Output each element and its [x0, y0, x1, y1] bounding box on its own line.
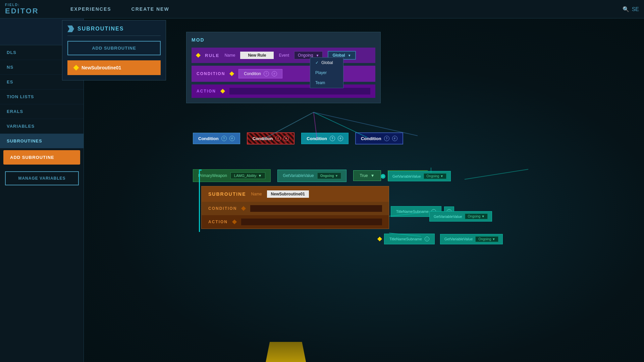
sidebar-item-subroutines[interactable]: SUBROUTINES	[0, 134, 84, 148]
condition-node-cyan[interactable]: Condition ? #	[301, 133, 348, 144]
subroutine-condition-label: CONDITION	[208, 206, 237, 211]
rule-label: RULE	[205, 53, 219, 58]
logo-area: FIELD: EDITOR	[0, 3, 60, 15]
dropdown-global-label: Global	[321, 60, 333, 65]
get-var-ongoing-badge[interactable]: Ongoing ▼	[424, 173, 447, 179]
get-var-bottom-badge-label: Ongoing	[478, 237, 491, 241]
get-var-right-badge-label: Ongoing	[468, 215, 481, 218]
check-icon: ✓	[315, 60, 319, 65]
title-name-pill-2[interactable]: TitleNameSubname i	[384, 234, 435, 244]
mod-block: MOD RULE Name New Rule Event Ongoing ▼ G…	[186, 32, 381, 103]
dropdown-item-player[interactable]: Player	[310, 68, 343, 78]
chevron-down-icon-bottom: ▼	[492, 237, 495, 241]
question-icon-blue: ?	[221, 136, 227, 141]
sidebar-item-generals[interactable]: ERALS	[0, 104, 84, 119]
subroutine-action: ACTION	[202, 215, 389, 229]
condition-node-dark-blue[interactable]: Condition ? #	[355, 132, 403, 144]
subroutine-label: SUBROUTINE	[208, 191, 246, 197]
true-node[interactable]: True ▼	[353, 170, 381, 181]
sub-condition-diamond	[241, 206, 246, 211]
get-var-bottom-pill[interactable]: GetVariableValue Ongoing ▼	[440, 234, 503, 244]
chevron-down-icon-right: ▼	[481, 215, 485, 218]
condition-pill[interactable]: Condition ? #	[238, 69, 282, 78]
title-node2-diamond	[377, 237, 382, 241]
subroutine-diamond-icon	[73, 65, 79, 71]
rule-name-field[interactable]: New Rule	[240, 52, 274, 59]
top-navigation: FIELD: EDITOR EXPERIENCES CREATE NEW 🔍 S…	[0, 0, 644, 18]
question-icon-cyan: ?	[330, 136, 335, 141]
subroutines-panel-title: SUBROUTINES	[67, 25, 161, 36]
sub-action-bar	[241, 219, 382, 225]
add-subroutine-button[interactable]: ADD SUBROUTINE	[67, 41, 161, 55]
search-area[interactable]: 🔍 SE	[623, 6, 639, 12]
get-variable-badge[interactable]: Ongoing ▼	[317, 173, 341, 179]
logo-editor-label: EDITOR	[5, 7, 60, 15]
subroutine-list-item[interactable]: NewSubroutine01	[67, 60, 161, 75]
get-var-ongoing-node[interactable]: i GetVariableValue Ongoing ▼	[381, 171, 451, 181]
chevron-down-icon: ▼	[348, 54, 351, 57]
subroutine-name-text: Name	[251, 192, 262, 196]
dropdown-item-global[interactable]: ✓ Global	[310, 58, 343, 68]
scope-dropdown-menu[interactable]: ✓ Global Player Team	[310, 57, 343, 88]
chevron-down-icon-small: ▼	[335, 174, 338, 178]
title-name-label-2: TitleNameSubname	[389, 237, 422, 241]
rule-scope-value: Global	[332, 53, 345, 58]
get-var-right-node[interactable]: GetVariableValue Ongoing ▼	[429, 211, 492, 222]
sub-action-diamond	[232, 220, 237, 224]
get-variable-badge-label: Ongoing	[320, 174, 334, 178]
get-var-ongoing-label: GetVariableValue	[392, 174, 421, 178]
get-variable-label: GetVariableValue	[283, 173, 314, 178]
rule-diamond	[196, 53, 201, 58]
nav-items: EXPERIENCES CREATE NEW	[67, 5, 173, 13]
mod-condition-block: CONDITION Condition ? #	[192, 66, 375, 82]
nav-experiences[interactable]: EXPERIENCES	[67, 5, 115, 13]
condition-cyan-label: Condition	[307, 136, 327, 141]
dropdown-item-team[interactable]: Team	[310, 78, 343, 88]
search-label: SE	[632, 6, 639, 12]
info-icon-2: i	[425, 237, 429, 241]
sub-condition-bar	[250, 205, 382, 212]
get-var-right-pill[interactable]: GetVariableValue Ongoing ▼	[429, 211, 492, 222]
primary-weapon-dropdown[interactable]: LAMG_Ability ▼	[230, 172, 266, 179]
title-name-node-2[interactable]: TitleNameSubname i GetVariableValue Ongo…	[384, 234, 503, 244]
rule-block: RULE Name New Rule Event Ongoing ▼ Globa…	[192, 48, 375, 63]
sidebar-manage-variables-btn[interactable]: MANAGE VARIABLES	[5, 171, 79, 185]
action-bar	[229, 88, 370, 95]
chevron-down-icon: ▼	[258, 174, 262, 178]
subroutine-item-label: NewSubroutine01	[82, 65, 121, 70]
get-var-ongoing-badge-label: Ongoing	[427, 174, 439, 178]
sidebar-item-action-lists[interactable]: TION LISTS	[0, 89, 84, 104]
condition-node-blue[interactable]: Condition ? #	[193, 133, 240, 144]
action-label: ACTION	[197, 89, 216, 94]
condition-node-red[interactable]: Condition ? #	[247, 132, 295, 144]
subroutines-label: SUBROUTINES	[77, 26, 124, 32]
subroutine-action-label: ACTION	[208, 220, 228, 224]
search-icon[interactable]: 🔍	[623, 6, 629, 12]
question-icon-red: ?	[275, 136, 281, 141]
nav-create-new[interactable]: CREATE NEW	[128, 5, 173, 13]
get-var-bottom-badge[interactable]: Ongoing ▼	[475, 236, 498, 242]
sidebar-item-variables[interactable]: VARIABLES	[0, 119, 84, 134]
rule-event-label: Event	[279, 53, 289, 58]
condition-nodes-row: Condition ? # Condition ? # Condition ? …	[193, 132, 403, 144]
get-var-bottom-label: GetVariableValue	[444, 237, 473, 241]
get-variable-node[interactable]: GetVariableValue Ongoing ▼	[277, 170, 346, 182]
subroutines-icon	[67, 25, 74, 32]
subroutine-name-field[interactable]: NewSubroutine01	[267, 190, 309, 198]
true-label: True	[360, 173, 368, 178]
action-diamond	[220, 89, 225, 94]
subroutine-frame-left	[199, 170, 202, 232]
hash-icon-cyan: #	[338, 136, 343, 141]
title-name-label-1: TitleNameSubname	[396, 209, 429, 214]
condition-label: CONDITION	[197, 71, 225, 76]
get-var-icon: i	[381, 174, 385, 179]
logo-field-label: FIELD:	[5, 3, 60, 7]
primary-weapon-value: LAMG_Ability	[234, 174, 257, 178]
yellow-bottom-piece	[266, 342, 306, 362]
subroutines-panel: SUBROUTINES ADD SUBROUTINE NewSubroutine…	[62, 20, 166, 80]
get-var-right-badge[interactable]: Ongoing ▼	[465, 214, 488, 219]
get-var-ongoing-pill[interactable]: GetVariableValue Ongoing ▼	[388, 171, 451, 181]
sidebar-add-subroutine[interactable]: ADD SUBROUTINE	[3, 150, 80, 165]
condition-diamond	[229, 71, 234, 76]
primary-weapon-node[interactable]: PrimaryWeapon LAMG_Ability ▼	[193, 169, 271, 182]
